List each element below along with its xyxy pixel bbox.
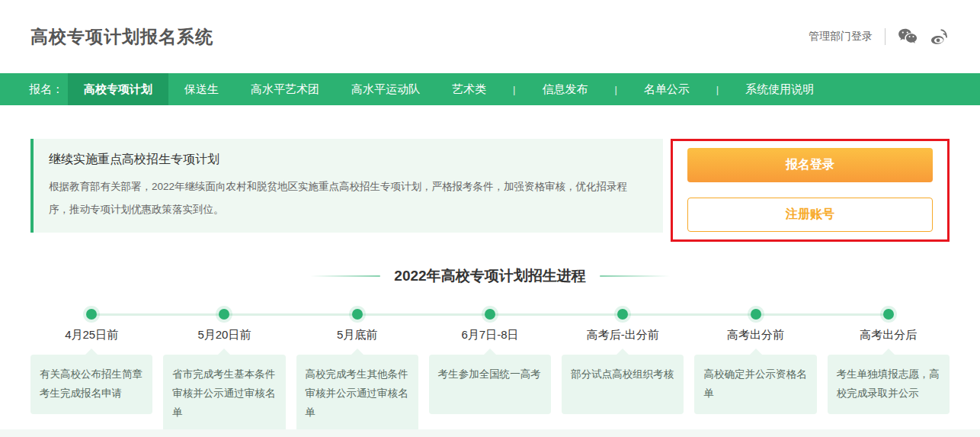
timeline-step: 5月底前高校完成考生其他条件审核并公示通过审核名单	[296, 309, 418, 433]
nav-item[interactable]: 高水平运动队	[335, 73, 436, 105]
main-content: 继续实施重点高校招生专项计划 根据教育部有关部署，2022年继续面向农村和脱贫地…	[0, 139, 980, 433]
nav-item[interactable]: 高校专项计划	[68, 73, 168, 105]
footer-strip	[0, 429, 980, 437]
nav-divider: |	[502, 84, 526, 95]
page: 高校专项计划报名系统 管理部门登录 报名： 高校专项计划保送生高	[0, 0, 980, 437]
timeline-date: 高考出分前	[694, 328, 816, 342]
timeline-dot	[883, 309, 894, 320]
timeline-heading-row: 2022年高校专项计划招生进程	[0, 266, 980, 286]
announcement-body: 根据教育部有关部署，2022年继续面向农村和脱贫地区实施重点高校招生专项计划，严…	[49, 175, 645, 220]
nav-item[interactable]: 保送生	[168, 73, 235, 105]
timeline-date: 6月7日-8日	[429, 328, 551, 342]
hero-section: 继续实施重点高校招生专项计划 根据教育部有关部署，2022年继续面向农村和脱贫地…	[30, 139, 950, 242]
login-button[interactable]: 报名登录	[687, 148, 933, 182]
nav-item[interactable]: 高水平艺术团	[235, 73, 335, 105]
header-divider	[885, 28, 886, 45]
timeline-date: 高考出分后	[828, 328, 950, 342]
timeline-dot	[751, 309, 761, 320]
login-highlight-box: 报名登录 注册账号	[671, 139, 950, 242]
register-button[interactable]: 注册账号	[687, 198, 933, 232]
nav-divider: |	[604, 84, 627, 95]
timeline-dot	[352, 309, 363, 320]
announcement-title: 继续实施重点高校招生专项计划	[49, 152, 645, 168]
announcement-box: 继续实施重点高校招生专项计划 根据教育部有关部署，2022年继续面向农村和脱贫地…	[30, 139, 663, 233]
nav-item[interactable]: 名单公示	[628, 73, 706, 105]
timeline-card: 部分试点高校组织考核	[562, 355, 684, 414]
nav-items: 高校专项计划保送生高水平艺术团高水平运动队艺术类|信息发布|名单公示|系统使用说…	[68, 73, 830, 105]
timeline-heading: 2022年高校专项计划招生进程	[394, 266, 585, 286]
timeline-card: 考生单独填报志愿，高校完成录取并公示	[828, 355, 950, 414]
main-nav: 报名： 高校专项计划保送生高水平艺术团高水平运动队艺术类|信息发布|名单公示|系…	[0, 73, 980, 105]
timeline-date: 5月底前	[296, 328, 418, 342]
timeline-step: 4月25日前有关高校公布招生简章考生完成报名申请	[30, 309, 152, 433]
timeline-date: 高考后-出分前	[562, 328, 684, 342]
timeline-row: 4月25日前有关高校公布招生简章考生完成报名申请5月20日前省市完成考生基本条件…	[30, 309, 950, 433]
heading-decor-line-right	[600, 275, 670, 277]
nav-item[interactable]: 系统使用说明	[729, 73, 830, 105]
timeline-dot	[86, 309, 97, 320]
timeline-card: 考生参加全国统一高考	[429, 355, 551, 414]
timeline-step: 高考出分后考生单独填报志愿，高校完成录取并公示	[828, 309, 950, 433]
timeline-card: 有关高校公布招生简章考生完成报名申请	[30, 355, 152, 414]
timeline-card: 高校确定并公示资格名单	[694, 355, 816, 414]
timeline-date: 4月25日前	[30, 328, 152, 342]
weibo-icon[interactable]	[930, 27, 950, 47]
admin-login-link[interactable]: 管理部门登录	[809, 30, 873, 43]
timeline-card: 高校完成考生其他条件审核并公示通过审核名单	[296, 355, 418, 433]
header: 高校专项计划报名系统 管理部门登录	[0, 0, 980, 73]
nav-item[interactable]: 信息发布	[526, 73, 604, 105]
timeline-date: 5月20日前	[163, 328, 285, 342]
timeline-dot	[617, 309, 628, 320]
timeline-dot	[485, 309, 495, 320]
timeline: 4月25日前有关高校公布招生简章考生完成报名申请5月20日前省市完成考生基本条件…	[30, 309, 950, 433]
wechat-icon[interactable]	[898, 27, 918, 47]
timeline-step: 高考出分前高校确定并公示资格名单	[694, 309, 816, 433]
timeline-card: 省市完成考生基本条件审核并公示通过审核名单	[163, 355, 285, 433]
timeline-step: 5月20日前省市完成考生基本条件审核并公示通过审核名单	[163, 309, 285, 433]
site-title: 高校专项计划报名系统	[30, 25, 213, 49]
nav-item[interactable]: 艺术类	[436, 73, 502, 105]
header-right: 管理部门登录	[809, 27, 950, 47]
heading-decor-line-left	[310, 275, 380, 277]
nav-prefix: 报名：	[29, 82, 63, 97]
timeline-step: 6月7日-8日考生参加全国统一高考	[429, 309, 551, 433]
timeline-step: 高考后-出分前部分试点高校组织考核	[562, 309, 684, 433]
timeline-dot	[219, 309, 229, 320]
nav-divider: |	[706, 84, 729, 95]
